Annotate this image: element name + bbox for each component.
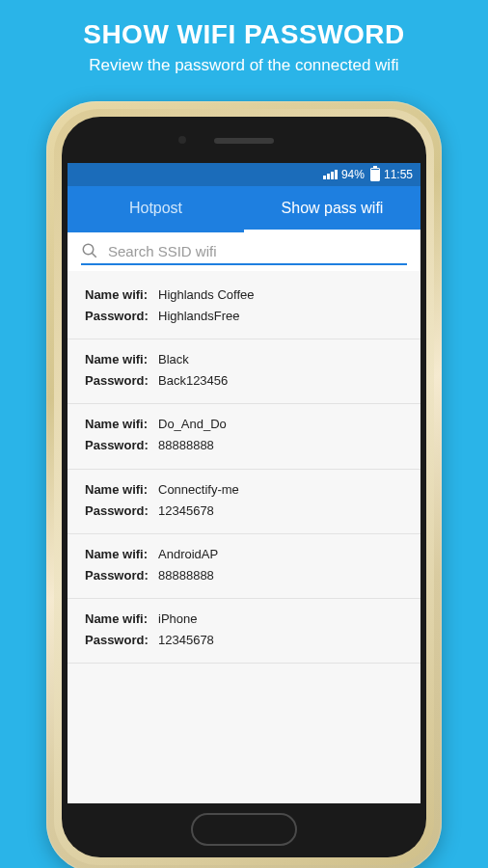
tab-label: Hotpost <box>129 200 182 217</box>
wifi-password: HighlandsFree <box>158 306 240 327</box>
promo-header: SHOW WIFI PASSWORD Review the password o… <box>0 0 488 90</box>
status-bar: 94% 11:55 <box>68 163 420 186</box>
name-label: Name wifi: <box>85 349 150 370</box>
password-label: Password: <box>85 306 150 327</box>
wifi-password: Back123456 <box>158 370 228 392</box>
password-label: Password: <box>85 435 150 456</box>
wifi-name: AndroidAP <box>158 544 218 565</box>
signal-icon <box>323 170 338 179</box>
password-label: Password: <box>85 370 150 392</box>
svg-line-1 <box>92 253 96 258</box>
tab-bar: Hotpost Show pass wifi <box>68 186 420 232</box>
tab-show-pass-wifi[interactable]: Show pass wifi <box>244 186 420 232</box>
phone-frame: 94% 11:55 Hotpost Show pass wifi <box>46 101 442 868</box>
phone-speaker <box>214 138 274 144</box>
wifi-name: Connectify-me <box>158 479 239 501</box>
tab-hotspot[interactable]: Hotpost <box>68 186 244 232</box>
clock: 11:55 <box>384 168 413 181</box>
phone-sensor <box>178 136 186 144</box>
search-input[interactable] <box>108 243 407 259</box>
search-icon <box>81 242 98 259</box>
password-label: Password: <box>85 565 150 586</box>
name-label: Name wifi: <box>85 544 150 565</box>
promo-title: SHOW WIFI PASSWORD <box>10 19 478 50</box>
password-label: Password: <box>85 630 150 651</box>
wifi-password: 12345678 <box>158 501 214 522</box>
list-item[interactable]: Name wifi:Highlands CoffeePassword:Highl… <box>68 275 420 339</box>
list-item[interactable]: Name wifi:AndroidAPPassword:88888888 <box>68 534 420 599</box>
list-item[interactable]: Name wifi:Connectify-mePassword:12345678 <box>68 470 420 534</box>
password-label: Password: <box>85 501 150 522</box>
wifi-password: 88888888 <box>158 565 214 586</box>
name-label: Name wifi: <box>85 285 150 306</box>
list-item[interactable]: Name wifi:Do_And_DoPassword:88888888 <box>68 404 420 469</box>
battery-percent: 94% <box>341 168 365 181</box>
search-container <box>68 232 420 271</box>
tab-label: Show pass wifi <box>282 200 384 217</box>
screen: 94% 11:55 Hotpost Show pass wifi <box>68 163 420 803</box>
wifi-password: 88888888 <box>158 435 214 456</box>
promo-subtitle: Review the password of the connected wif… <box>10 56 478 75</box>
list-item[interactable]: Name wifi:BlackPassword:Back123456 <box>68 339 420 404</box>
wifi-name: Highlands Coffee <box>158 285 255 306</box>
svg-point-0 <box>83 244 94 255</box>
list-item[interactable]: Name wifi:iPhonePassword:12345678 <box>68 599 420 664</box>
wifi-name: Do_And_Do <box>158 414 227 435</box>
name-label: Name wifi: <box>85 479 150 501</box>
home-button[interactable] <box>191 813 297 846</box>
wifi-list[interactable]: Name wifi:Highlands CoffeePassword:Highl… <box>68 271 420 667</box>
name-label: Name wifi: <box>85 414 150 435</box>
wifi-name: iPhone <box>158 609 197 630</box>
name-label: Name wifi: <box>85 609 150 630</box>
wifi-name: Black <box>158 349 189 370</box>
wifi-password: 12345678 <box>158 630 214 651</box>
battery-icon <box>370 168 380 181</box>
